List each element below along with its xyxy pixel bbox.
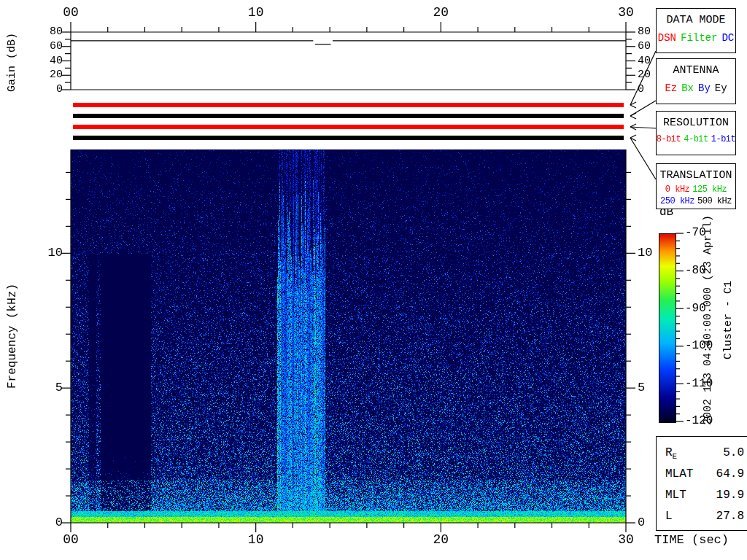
spectrogram-canvas [71,149,626,523]
axis-line [630,124,636,127]
antenna-option-ey: Ey [715,82,727,94]
gain-ytick-label-right: 60 [638,40,651,52]
gain-ytick-label-left: 40 [19,55,63,67]
antenna-title: ANTENNA [657,59,735,77]
l-label: L [665,507,673,528]
data-mode-option-dc: DC [721,32,734,44]
info-row-mlat: MLAT 64.9 [665,464,744,486]
data-mode-option-filter: Filter [681,32,717,44]
gain-ytick-label-left: 80 [19,26,63,38]
re-value: 5.0 [723,443,744,464]
axis-line [630,127,636,130]
info-row-re: RE 5.0 [665,443,744,464]
translation-bar [73,136,624,140]
wbd-spectrogram-display: { "side_text": { "datetime": "2002 113 0… [0,0,747,560]
colorbar-gradient [659,233,676,423]
resolution-box: RESOLUTION 8-bit 4-bit 1-bit [656,111,736,155]
axis-line [630,105,636,108]
colorbar-tick-label: -120 [685,414,713,427]
freq-ytick-label-right: 10 [638,246,652,260]
time-axis-label: TIME (sec) [654,533,729,547]
gain-ytick-label-left: 60 [19,40,63,52]
gain-ytick-label-left: 0 [19,83,63,96]
gain-xtick-label: 20 [411,5,470,20]
colorbar-tick-label: -110 [685,377,713,390]
translation-option-0khz: 0 kHz [665,184,690,195]
info-row-mlt: MLT 19.9 [665,486,744,507]
axis-line [630,138,636,141]
gain-ytick-label-right: 40 [638,55,651,67]
gain-ytick-label-right: 0 [638,83,644,96]
data-mode-bar [73,103,624,107]
data-mode-title: DATA MODE [657,9,735,26]
gain-ytick-label-right: 20 [638,69,651,81]
freq-ytick-label-left: 10 [19,246,63,260]
translation-option-250khz: 250 kHz [660,196,694,206]
data-mode-option-dsn: DSN [658,32,676,44]
colorbar-tick-label: -100 [685,339,713,352]
axis-line [630,138,656,179]
colorbar-tick-label: -70 [685,226,706,239]
translation-option-500khz: 500 kHz [697,196,732,206]
freq-ytick-label-left: 5 [19,381,63,394]
freq-ytick-label-right: 0 [638,516,645,529]
time-xtick-label: 10 [227,532,285,547]
time-xtick-label: 30 [597,532,655,547]
gain-xtick-label: 00 [42,5,100,20]
ephemeris-box: RE 5.0 MLAT 64.9 MLT 19.9 L 27.8 [656,436,747,531]
axis-line [630,101,656,116]
antenna-option-ez: Ez [665,82,677,94]
frequency-axis-label: Frequency (kHz) [6,241,19,432]
gain-axis-label: Gain (dB) [6,28,18,96]
axis-line [630,102,636,105]
antenna-box: ANTENNA Ez Bx By Ey [656,58,736,104]
resolution-option-8bit: 8-bit [657,134,681,144]
gain-ytick-label-right: 80 [638,26,651,38]
translation-box: TRANSLATION 0 kHz 125 kHz 250 kHz 500 kH… [656,163,736,209]
re-label: RE [665,443,677,464]
gain-xtick-label: 10 [227,5,285,20]
axis-line [630,127,656,128]
resolution-option-4bit: 4-bit [684,134,708,144]
info-row-l: L 27.8 [665,507,744,528]
antenna-option-by: By [698,82,711,94]
antenna-option-bx: Bx [681,82,694,94]
spacecraft-label: Cluster - C1 [722,206,735,434]
mlat-label: MLAT [665,464,693,486]
axis-line [630,113,636,116]
resolution-option-1bit: 1-bit [711,134,736,144]
freq-ytick-label-left: 0 [19,516,63,529]
gain-xtick-label: 30 [597,5,655,20]
translation-option-125khz: 125 kHz [692,184,727,195]
mlat-value: 64.9 [716,464,744,486]
mlt-value: 19.9 [716,486,744,507]
time-xtick-label: 20 [411,532,470,547]
resolution-bar [73,125,624,129]
antenna-bar [73,114,624,118]
time-xtick-label: 00 [42,532,100,547]
freq-ytick-label-right: 5 [638,381,645,394]
timestamp-label: 2002 113 04:40:00.000 (23 April) [702,206,714,434]
data-mode-box: DATA MODE DSN Filter DC [656,8,736,53]
gain-ytick-label-left: 20 [19,69,63,81]
colorbar-tick-label: -80 [685,264,706,277]
axis-line [630,135,636,138]
resolution-title: RESOLUTION [657,112,735,129]
mlt-label: MLT [665,486,686,507]
l-value: 27.8 [716,507,744,528]
axis-line [630,116,636,119]
colorbar-tick-label: -90 [685,302,706,315]
translation-title: TRANSLATION [657,164,735,182]
